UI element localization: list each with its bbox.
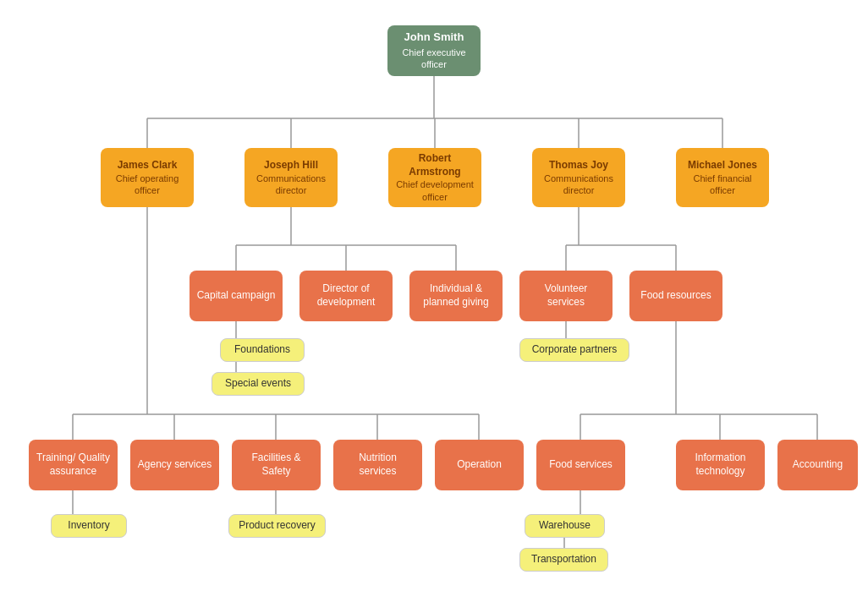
food-res-label: Food resources [640,289,711,303]
operation-node: Operation [435,440,524,490]
michael-title: Chief financial officer [683,172,762,197]
infotech-label: Information technology [683,452,758,478]
individual-node: Individual & planned giving [409,271,503,321]
transportation-label: Transportation [531,553,596,566]
infotech-node: Information technology [676,440,765,490]
joseph-title: Communications director [251,172,331,197]
robert-name: Robert Armstrong [395,152,475,178]
robert-node: Robert Armstrong Chief development offic… [388,148,481,207]
warehouse-node: Warehouse [525,514,605,538]
corporate-partners-node: Corporate partners [519,338,629,362]
corporate-partners-label: Corporate partners [532,343,618,357]
joseph-node: Joseph Hill Communications director [244,148,338,207]
thomas-node: Thomas Joy Communications director [532,148,625,207]
transportation-node: Transportation [519,548,608,572]
facilities-label: Facilities & Safety [239,452,314,478]
nutrition-label: Nutrition services [340,452,415,478]
james-name: James Clark [118,159,178,172]
product-recovery-node: Product recovery [228,514,326,538]
training-label: Training/ Quality assurance [36,452,111,478]
accounting-node: Accounting [777,440,858,490]
agency-label: Agency services [138,458,212,472]
ceo-node: John Smith Chief executive officer [387,25,481,76]
thomas-title: Communications director [539,172,618,197]
inventory-node: Inventory [51,514,127,538]
michael-node: Michael Jones Chief financial officer [676,148,769,207]
volunteer-label: Volunteer services [526,282,606,309]
capital-label: Capital campaign [197,289,276,303]
foundations-label: Foundations [234,343,290,357]
food-svc-node: Food services [536,440,625,490]
joseph-name: Joseph Hill [264,159,318,172]
special-events-node: Special events [212,372,305,396]
org-chart: John Smith Chief executive officer James… [0,0,868,613]
facilities-node: Facilities & Safety [232,440,321,490]
individual-label: Individual & planned giving [416,282,496,309]
accounting-label: Accounting [793,458,843,472]
ceo-title: Chief executive officer [394,47,474,71]
special-events-label: Special events [225,377,291,391]
james-title: Chief operating officer [107,172,187,197]
james-node: James Clark Chief operating officer [101,148,194,207]
product-recovery-label: Product recovery [239,519,316,533]
agency-node: Agency services [130,440,219,490]
food-svc-label: Food services [549,458,613,472]
michael-name: Michael Jones [688,159,757,172]
foundations-node: Foundations [220,338,305,362]
inventory-label: Inventory [68,519,109,533]
training-node: Training/ Quality assurance [29,440,118,490]
thomas-name: Thomas Joy [549,159,608,172]
director-node: Director of development [299,271,393,321]
operation-label: Operation [457,458,502,472]
nutrition-node: Nutrition services [333,440,422,490]
director-label: Director of development [306,282,386,309]
volunteer-node: Volunteer services [519,271,613,321]
warehouse-label: Warehouse [539,519,591,533]
robert-title: Chief development officer [395,178,475,203]
capital-node: Capital campaign [190,271,283,321]
ceo-name: John Smith [404,30,464,45]
food-res-node: Food resources [629,271,722,321]
